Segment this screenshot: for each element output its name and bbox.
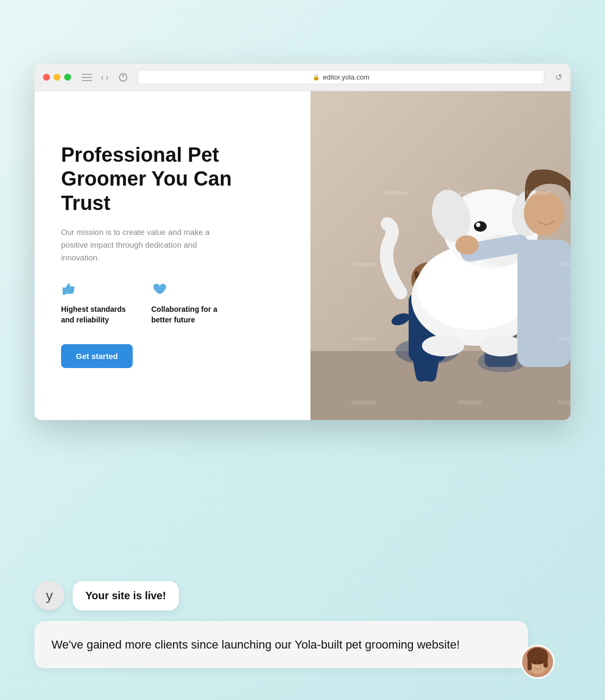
back-arrow[interactable]: ‹ xyxy=(101,73,103,82)
feature-1-label: Highest standards and reliability xyxy=(61,304,130,325)
nav-arrows: ‹ › xyxy=(101,73,109,82)
svg-rect-33 xyxy=(517,240,571,367)
browser-window: ‹ › 🔒 editor.yola.com ↺ Professional Pet… xyxy=(34,64,571,420)
svg-text:Unsplash: Unsplash xyxy=(558,261,571,267)
svg-rect-3 xyxy=(63,287,65,295)
svg-point-28 xyxy=(476,223,480,227)
hero-description: Our mission is to create value and make … xyxy=(61,226,220,264)
notification-text: Your site is live! xyxy=(85,590,166,601)
traffic-lights xyxy=(43,74,71,81)
hero-right-image: trustbase impactly Unpslash Unsplash Uns… xyxy=(310,91,571,420)
minimize-button[interactable] xyxy=(54,74,60,81)
features-row: Highest standards and reliability Collab… xyxy=(61,281,284,325)
notification-bubble: Your site is live! xyxy=(73,581,179,610)
thumbsup-icon xyxy=(61,281,130,299)
svg-text:Unsplash: Unsplash xyxy=(351,335,376,342)
feature-item-1: Highest standards and reliability xyxy=(61,281,130,325)
svg-rect-50 xyxy=(528,657,532,670)
svg-point-52 xyxy=(533,661,536,664)
svg-text:Unsplash: Unsplash xyxy=(351,399,376,405)
svg-point-53 xyxy=(539,661,542,664)
heart-icon xyxy=(151,281,220,299)
svg-point-32 xyxy=(480,335,523,356)
svg-point-36 xyxy=(524,191,564,235)
svg-point-35 xyxy=(455,235,479,255)
svg-text:trustbase: trustbase xyxy=(383,189,407,196)
svg-text:Unpslash: Unpslash xyxy=(526,189,551,196)
svg-text:Unsplash: Unsplash xyxy=(457,399,482,405)
hero-title: Professional Pet Groomer You Can Trust xyxy=(61,143,284,216)
feature-item-2: Collaborating for a better future xyxy=(151,281,220,325)
svg-rect-51 xyxy=(543,657,548,668)
browser-titlebar: ‹ › 🔒 editor.yola.com ↺ xyxy=(34,64,571,91)
maximize-button[interactable] xyxy=(64,74,71,81)
user-avatar xyxy=(521,645,555,679)
sidebar-icon[interactable] xyxy=(82,74,92,81)
svg-text:Unsplash: Unsplash xyxy=(558,335,571,342)
yola-avatar: y xyxy=(34,581,64,610)
url-text: editor.yola.com xyxy=(323,73,369,81)
hero-scene-svg: trustbase impactly Unpslash Unsplash Uns… xyxy=(310,91,571,420)
reload-button[interactable]: ↺ xyxy=(555,72,562,82)
hero-left-panel: Professional Pet Groomer You Can Trust O… xyxy=(34,91,310,420)
close-button[interactable] xyxy=(43,74,50,81)
get-started-button[interactable]: Get started xyxy=(61,344,133,368)
svg-point-31 xyxy=(422,335,464,356)
testimonial-text: We've gained more clients since launchin… xyxy=(51,638,460,651)
lock-icon: 🔒 xyxy=(313,74,320,81)
browser-controls xyxy=(82,74,92,81)
testimonial-bubble: We've gained more clients since launchin… xyxy=(34,621,528,668)
svg-text:Unsplash: Unsplash xyxy=(351,261,376,267)
forward-arrow[interactable]: › xyxy=(106,73,108,82)
feature-2-label: Collaborating for a better future xyxy=(151,304,220,325)
svg-text:impactly: impactly xyxy=(459,189,481,196)
chat-notification: y Your site is live! xyxy=(34,581,571,610)
svg-text:Unsplash: Unsplash xyxy=(558,399,571,405)
svg-point-2 xyxy=(123,75,124,76)
address-bar[interactable]: 🔒 editor.yola.com xyxy=(137,70,544,84)
chat-section: y Your site is live! We've gained more c… xyxy=(34,581,571,668)
browser-content: Professional Pet Groomer You Can Trust O… xyxy=(34,91,571,420)
svg-point-27 xyxy=(474,221,487,232)
